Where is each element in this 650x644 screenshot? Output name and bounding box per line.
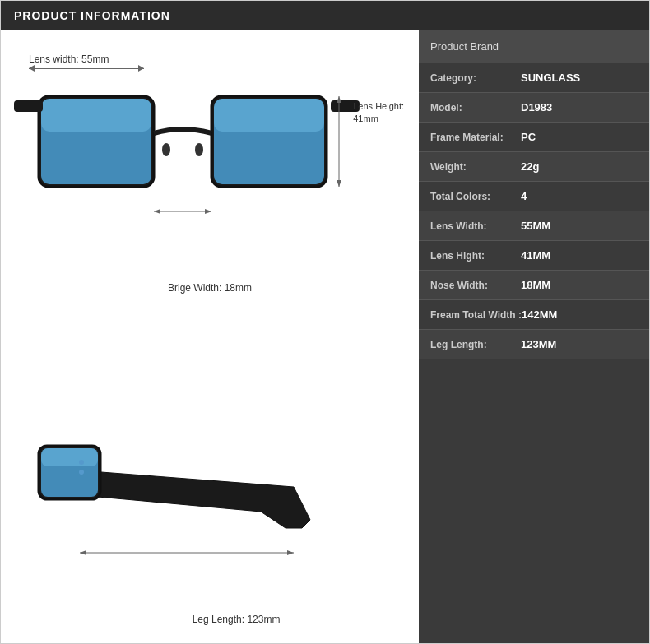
spec-row-label: Lens Width: — [430, 220, 521, 232]
spec-row: Lens Width:55MM — [419, 211, 649, 241]
lens-height-value: 41mm — [353, 114, 378, 123]
spec-row: Frame Material:PC — [419, 123, 649, 152]
spec-row-label: Model: — [430, 102, 521, 114]
svg-marker-12 — [337, 180, 341, 187]
svg-rect-18 — [41, 448, 98, 466]
spec-row-label: Category: — [430, 72, 521, 84]
leg-value: 123mm — [247, 614, 280, 625]
page-container: PRODUCT INFORMATION Lens width: 55mm — [0, 0, 650, 644]
spec-row-value: 22g — [521, 160, 539, 173]
svg-marker-23 — [287, 550, 294, 555]
header-title: PRODUCT INFORMATION — [14, 9, 170, 22]
leg-measurement: Leg Length: 123mm — [193, 614, 281, 625]
spec-row: Total Colors:4 — [419, 182, 649, 211]
svg-point-8 — [162, 143, 170, 156]
svg-rect-6 — [14, 100, 43, 112]
lens-width-measurement: Lens width: 55mm — [29, 53, 144, 69]
spec-row: Lens Hight:41MM — [419, 241, 649, 271]
bridge-measurement: Brige Width: 18mm — [168, 282, 252, 294]
spec-row-value: 41MM — [521, 249, 550, 262]
spec-brand-header: Product Brand — [419, 30, 649, 63]
top-glasses-area: Lens width: 55mm — [14, 47, 406, 294]
spec-row-value: 18MM — [521, 279, 550, 291]
svg-point-9 — [195, 143, 203, 156]
lens-width-value: 55mm — [81, 53, 109, 65]
spec-row: Weight:22g — [419, 152, 649, 182]
spec-row: Nose Width:18MM — [419, 271, 649, 300]
spec-row-label: Nose Width: — [430, 280, 521, 291]
svg-marker-22 — [80, 550, 86, 555]
page-header: PRODUCT INFORMATION — [1, 1, 649, 30]
svg-rect-5 — [214, 99, 324, 132]
brand-label: Product Brand — [430, 40, 499, 53]
bridge-label: Brige Width: — [168, 282, 221, 294]
spec-row-value: D1983 — [521, 101, 552, 114]
right-panel: Product Brand Category:SUNGLASSModel:D19… — [419, 30, 649, 643]
lens-width-label: Lens width: — [29, 53, 79, 65]
spec-row: Leg Length:123MM — [419, 330, 649, 359]
spec-row: Fream Total Width :142MM — [419, 300, 649, 330]
svg-rect-2 — [41, 99, 151, 132]
svg-point-20 — [79, 470, 84, 475]
leg-label: Leg Length: — [193, 614, 244, 625]
svg-point-19 — [79, 460, 84, 465]
spec-row-label: Lens Hight: — [430, 250, 521, 262]
spec-row-value: 142MM — [522, 308, 557, 321]
bridge-value: 18mm — [225, 282, 252, 294]
spec-row-label: Fream Total Width : — [430, 309, 522, 321]
spec-row: Model:D1983 — [419, 93, 649, 123]
svg-marker-14 — [154, 209, 160, 214]
spec-row-value: 55MM — [521, 220, 550, 232]
spec-row-label: Leg Length: — [430, 339, 521, 350]
left-panel: Lens width: 55mm — [1, 30, 419, 643]
spec-row-value: 4 — [521, 190, 527, 202]
lens-height-measurement: Lens Height: 41mm — [353, 100, 404, 126]
spec-row-label: Total Colors: — [430, 191, 521, 202]
spec-row-value: SUNGLASS — [521, 72, 580, 84]
spec-row-value: PC — [521, 131, 536, 143]
spec-row-value: 123MM — [521, 338, 556, 350]
spec-rows: Category:SUNGLASSModel:D1983Frame Materi… — [419, 63, 649, 359]
glasses-front-svg — [14, 72, 360, 269]
svg-marker-15 — [205, 209, 211, 214]
main-content: Lens width: 55mm — [1, 30, 649, 643]
spec-row: Category:SUNGLASS — [419, 63, 649, 93]
svg-marker-11 — [337, 96, 341, 103]
glasses-side-svg — [14, 421, 360, 586]
lens-height-label: Lens Height: — [353, 101, 404, 111]
spec-row-label: Frame Material: — [430, 132, 521, 143]
spec-row-label: Weight: — [430, 161, 521, 173]
bottom-glasses-area: Leg Length: 123mm — [14, 413, 406, 627]
